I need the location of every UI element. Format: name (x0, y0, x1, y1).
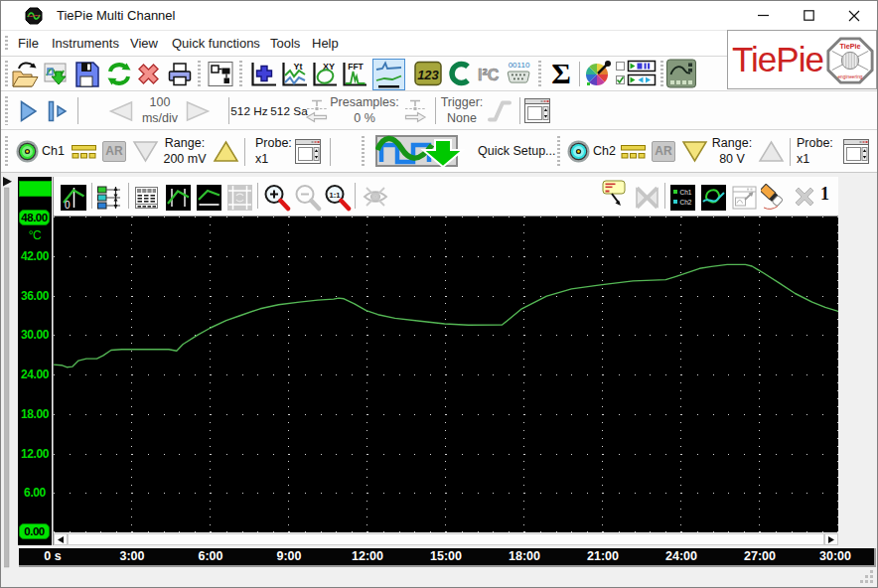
toolbar-gripper[interactable] (5, 96, 8, 125)
one-shot-button[interactable] (48, 100, 68, 122)
trigger-symbol-button[interactable] (487, 98, 512, 124)
menu-item-tools[interactable]: Tools (270, 31, 300, 57)
axis-min-value[interactable]: 0.00 (19, 523, 50, 539)
object-tree-button[interactable] (208, 61, 233, 87)
toolbar-gripper[interactable] (538, 61, 541, 87)
channel-visibility-button[interactable] (701, 185, 726, 211)
zoom-reset-button[interactable]: 1:1 (324, 184, 352, 212)
plot-area[interactable] (54, 217, 838, 532)
i2c-button[interactable]: I²C (476, 60, 506, 87)
add-comment-button[interactable] (602, 180, 629, 210)
toolbar-gripper[interactable] (5, 136, 8, 167)
channel-waves-icon (701, 185, 726, 211)
presamples-decrease-button[interactable] (305, 97, 329, 124)
yt-label: Yt (294, 62, 303, 72)
axis-position-button[interactable]: 0 (61, 185, 86, 211)
style-dots-button[interactable] (166, 185, 191, 211)
legend-ch1-label: Ch1 (680, 189, 692, 196)
toolbars-settings-button[interactable] (616, 60, 657, 87)
open-button[interactable] (11, 59, 39, 89)
measurement-toolbar: 100 ms/div 512 Hz 512 Sa Presamples: 0 % (1, 91, 877, 129)
scrollbar-thumb[interactable] (68, 533, 824, 545)
active-graph-button[interactable] (372, 59, 405, 90)
ch2-coupling-button[interactable] (621, 145, 646, 159)
start-measurement-button[interactable] (20, 100, 37, 122)
ch2-label: Ch2 (593, 143, 619, 159)
delete-comment-button-disabled[interactable] (634, 185, 660, 211)
xy-graph-button[interactable]: XY (310, 60, 338, 88)
menu-item-instruments[interactable]: Instruments (52, 31, 119, 57)
ch1-range-decrease-button[interactable] (132, 140, 159, 163)
ch1-coupling-button[interactable] (72, 145, 96, 159)
data-collector-icon (666, 59, 696, 88)
measurements-table-button[interactable] (135, 187, 158, 209)
close-graph-button-disabled[interactable] (793, 185, 816, 209)
ch2-range-decrease-button[interactable] (681, 140, 708, 163)
serial-button[interactable]: 00110 (506, 59, 532, 88)
menu-item-help[interactable]: Help (312, 31, 339, 57)
ch1-range-increase-button[interactable] (213, 140, 239, 163)
tree-splitter[interactable] (1, 173, 14, 587)
autoscale-button-disabled[interactable] (227, 185, 252, 211)
ch2-autorange-button[interactable]: AR (652, 141, 675, 162)
window-title: TiePie Multi Channel (57, 1, 175, 30)
axis-max-value[interactable]: 48.00 (19, 210, 50, 225)
toolbar-gripper[interactable] (198, 61, 201, 87)
timebase-increase-button[interactable] (185, 100, 212, 122)
resize-grip-icon[interactable] (860, 570, 875, 585)
popup-graph-button-disabled[interactable] (732, 186, 757, 210)
maximize-button[interactable] (786, 1, 831, 30)
toolbar-gripper[interactable] (557, 136, 560, 167)
gauge-button[interactable] (448, 60, 472, 87)
scroll-right-button[interactable] (824, 533, 838, 545)
gauge-c-icon (448, 60, 472, 87)
menu-item-quick-functions[interactable]: Quick functions (172, 31, 260, 57)
data-collector-button[interactable] (666, 59, 696, 88)
color-settings-button[interactable] (585, 60, 613, 87)
menu-gripper[interactable] (5, 36, 8, 52)
toolbar-gripper[interactable] (660, 61, 663, 87)
print-button[interactable] (167, 61, 193, 87)
scroll-left-button[interactable] (54, 533, 68, 545)
zoom-in-button[interactable] (263, 184, 291, 212)
horizontal-scrollbar[interactable] (54, 533, 838, 545)
channel-offsets-button[interactable] (97, 186, 122, 210)
add-graph-button[interactable] (248, 60, 277, 88)
toolbar-gripper[interactable] (239, 61, 242, 87)
save-button[interactable] (74, 60, 100, 88)
ch2-range-increase-button[interactable] (758, 140, 785, 163)
clear-graph-button[interactable] (761, 184, 786, 211)
math-sum-button[interactable]: Σ (548, 58, 574, 88)
quick-setup-button[interactable] (375, 133, 477, 171)
close-button[interactable] (831, 1, 877, 30)
ch2-bnc-icon[interactable] (567, 140, 590, 163)
open-measurement-button[interactable] (44, 61, 70, 88)
application-window: TiePie Multi Channel FileInstrumentsView… (0, 0, 878, 588)
toolbar-gripper[interactable] (5, 61, 8, 87)
axis-top-button[interactable] (19, 181, 52, 197)
yt-graph-button[interactable]: Yt (279, 60, 308, 88)
delete-button[interactable] (135, 61, 162, 87)
ch2-settings-button[interactable] (843, 139, 869, 164)
hide-source-button-disabled[interactable] (363, 186, 388, 208)
style-line-button[interactable] (197, 185, 221, 211)
presamples-right-icon (403, 97, 427, 124)
instrument-settings-button[interactable] (524, 98, 550, 123)
sigma-icon: Σ (548, 58, 574, 88)
serial-label: 00110 (509, 61, 530, 70)
toolbar-gripper[interactable] (362, 136, 365, 167)
fft-graph-button[interactable]: FFT (340, 60, 367, 88)
legend-button[interactable]: Ch1 Ch2 (670, 185, 695, 211)
ch1-autorange-button[interactable]: AR (102, 141, 126, 162)
ch1-bnc-icon[interactable] (16, 140, 39, 163)
menu-item-file[interactable]: File (18, 31, 39, 57)
ch1-settings-button[interactable] (295, 139, 321, 164)
minimize-button[interactable] (740, 1, 786, 30)
zoom-out-button-disabled[interactable] (294, 184, 322, 212)
presamples-increase-button[interactable] (403, 97, 427, 124)
menu-item-view[interactable]: View (130, 31, 158, 57)
axis-unit: °C (18, 228, 52, 242)
settings-window-icon (843, 139, 869, 164)
refresh-button[interactable] (105, 60, 133, 88)
meter-display-button[interactable]: 123 (414, 60, 442, 87)
